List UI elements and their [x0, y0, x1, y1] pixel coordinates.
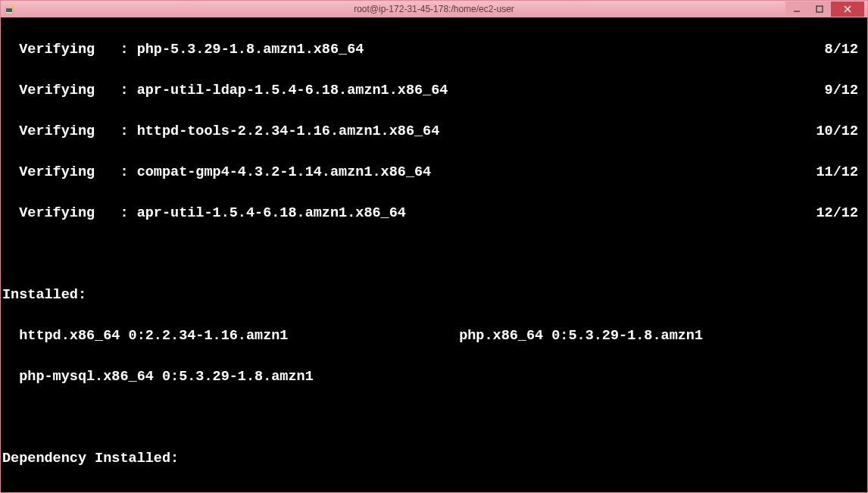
maximize-button[interactable] [808, 2, 831, 17]
verify-label: Verifying : apr-util-1.5.4-6.18.amzn1.x8… [2, 203, 816, 223]
terminal-line: httpd.x86_64 0:2.2.34-1.16.amzn1php.x86_… [2, 326, 864, 346]
terminal-output[interactable]: Verifying : php-5.3.29-1.8.amzn1.x86_648… [1, 17, 867, 492]
installed-header: Installed: [2, 285, 864, 305]
verify-label: Verifying : apr-util-ldap-1.5.4-6.18.amz… [2, 80, 825, 101]
window-controls [785, 2, 864, 17]
terminal-line: php-mysql.x86_64 0:5.3.29-1.8.amzn1 [2, 367, 864, 387]
terminal-line: Verifying : compat-gmp4-4.3.2-1.14.amzn1… [2, 162, 864, 183]
installed-col: php.x86_64 0:5.3.29-1.8.amzn1 [459, 326, 703, 346]
terminal-window: root@ip-172-31-45-178:/home/ec2-user Ver… [0, 0, 868, 493]
putty-icon [4, 3, 16, 15]
verify-label: Verifying : compat-gmp4-4.3.2-1.14.amzn1… [2, 162, 816, 183]
verify-count: 10/12 [816, 121, 864, 142]
terminal-line: Verifying : apr-util-ldap-1.5.4-6.18.amz… [2, 80, 864, 101]
dependency-header: Dependency Installed: [2, 448, 864, 469]
terminal-line: Verifying : httpd-tools-2.2.34-1.16.amzn… [2, 121, 864, 142]
svg-rect-1 [6, 8, 12, 12]
terminal-line [2, 407, 864, 428]
verify-count: 8/12 [825, 39, 864, 60]
svg-rect-5 [816, 6, 823, 12]
verify-label: Verifying : php-5.3.29-1.8.amzn1.x86_64 [2, 39, 825, 60]
verify-label: Verifying : httpd-tools-2.2.34-1.16.amzn… [2, 121, 816, 142]
window-titlebar[interactable]: root@ip-172-31-45-178:/home/ec2-user [1, 1, 867, 17]
verify-count: 9/12 [825, 80, 864, 101]
terminal-line: Verifying : php-5.3.29-1.8.amzn1.x86_648… [2, 39, 864, 60]
terminal-line [2, 244, 864, 264]
minimize-button[interactable] [785, 2, 808, 17]
installed-col: httpd.x86_64 0:2.2.34-1.16.amzn1 [2, 326, 459, 346]
terminal-line: apr.x86_64 0:1.5.2-5.13.amzn1 [2, 489, 864, 492]
close-button[interactable] [831, 2, 864, 17]
terminal-line: Verifying : apr-util-1.5.4-6.18.amzn1.x8… [2, 203, 864, 223]
verify-count: 11/12 [816, 162, 864, 183]
verify-count: 12/12 [816, 203, 864, 223]
window-title: root@ip-172-31-45-178:/home/ec2-user [1, 4, 867, 14]
